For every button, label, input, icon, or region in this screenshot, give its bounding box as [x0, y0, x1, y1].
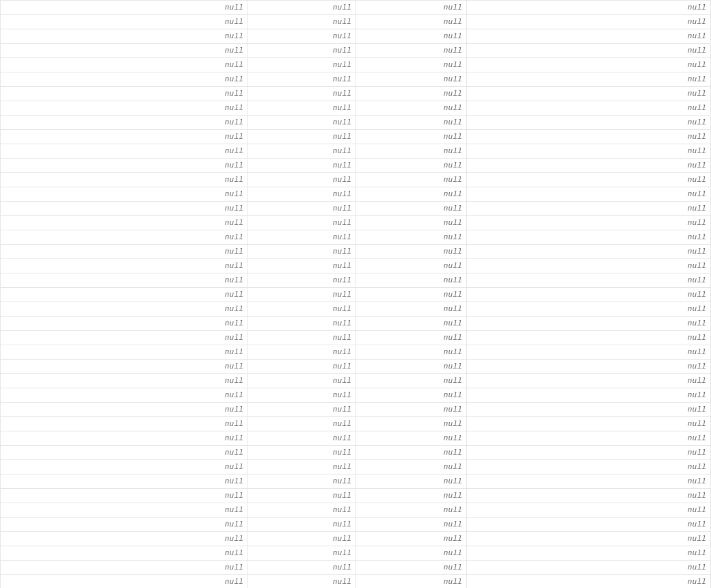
null-cell[interactable]: null — [356, 546, 467, 561]
null-cell[interactable]: null — [356, 187, 467, 202]
null-cell[interactable]: null — [467, 388, 711, 403]
null-cell[interactable]: null — [467, 187, 711, 202]
null-cell[interactable]: null — [356, 29, 467, 44]
null-cell[interactable]: null — [467, 546, 711, 561]
null-cell[interactable]: null — [1, 44, 248, 58]
null-cell[interactable]: null — [467, 216, 711, 230]
null-cell[interactable]: null — [467, 58, 711, 72]
null-cell[interactable]: null — [467, 72, 711, 87]
null-cell[interactable]: null — [1, 159, 248, 173]
null-cell[interactable]: null — [248, 216, 356, 230]
null-cell[interactable]: null — [248, 15, 356, 29]
null-cell[interactable]: null — [248, 273, 356, 288]
null-cell[interactable]: null — [1, 116, 248, 130]
null-cell[interactable]: null — [467, 374, 711, 388]
null-cell[interactable]: null — [467, 245, 711, 259]
null-cell[interactable]: null — [1, 87, 248, 101]
null-cell[interactable]: null — [467, 575, 711, 589]
null-cell[interactable]: null — [467, 273, 711, 288]
null-cell[interactable]: null — [248, 29, 356, 44]
null-cell[interactable]: null — [248, 230, 356, 245]
null-cell[interactable]: null — [1, 374, 248, 388]
null-cell[interactable]: null — [1, 532, 248, 546]
null-cell[interactable]: null — [248, 388, 356, 403]
null-cell[interactable]: null — [248, 575, 356, 589]
null-cell[interactable]: null — [467, 159, 711, 173]
null-cell[interactable]: null — [1, 245, 248, 259]
null-cell[interactable]: null — [356, 446, 467, 460]
null-cell[interactable]: null — [248, 173, 356, 187]
null-cell[interactable]: null — [1, 130, 248, 144]
null-cell[interactable]: null — [467, 331, 711, 345]
null-cell[interactable]: null — [1, 403, 248, 417]
null-cell[interactable]: null — [467, 360, 711, 374]
null-cell[interactable]: null — [356, 259, 467, 273]
null-cell[interactable]: null — [248, 116, 356, 130]
null-cell[interactable]: null — [248, 259, 356, 273]
null-cell[interactable]: null — [248, 489, 356, 503]
null-cell[interactable]: null — [467, 130, 711, 144]
null-cell[interactable]: null — [248, 202, 356, 216]
null-cell[interactable]: null — [1, 15, 248, 29]
null-cell[interactable]: null — [1, 72, 248, 87]
null-cell[interactable]: null — [356, 273, 467, 288]
null-cell[interactable]: null — [1, 417, 248, 431]
null-cell[interactable]: null — [356, 216, 467, 230]
null-cell[interactable]: null — [467, 230, 711, 245]
null-cell[interactable]: null — [1, 144, 248, 159]
null-cell[interactable]: null — [356, 345, 467, 360]
null-cell[interactable]: null — [248, 446, 356, 460]
null-cell[interactable]: null — [467, 116, 711, 130]
null-cell[interactable]: null — [356, 575, 467, 589]
null-cell[interactable]: null — [248, 1, 356, 15]
null-cell[interactable]: null — [467, 259, 711, 273]
null-cell[interactable]: null — [467, 202, 711, 216]
null-cell[interactable]: null — [248, 518, 356, 532]
null-cell[interactable]: null — [356, 87, 467, 101]
null-cell[interactable]: null — [356, 475, 467, 489]
null-cell[interactable]: null — [1, 273, 248, 288]
null-cell[interactable]: null — [1, 288, 248, 302]
null-cell[interactable]: null — [356, 15, 467, 29]
null-cell[interactable]: null — [248, 503, 356, 518]
null-cell[interactable]: null — [356, 532, 467, 546]
null-cell[interactable]: null — [356, 144, 467, 159]
null-cell[interactable]: null — [467, 44, 711, 58]
null-cell[interactable]: null — [356, 518, 467, 532]
null-cell[interactable]: null — [467, 288, 711, 302]
null-cell[interactable]: null — [248, 87, 356, 101]
null-cell[interactable]: null — [248, 475, 356, 489]
null-cell[interactable]: null — [248, 532, 356, 546]
null-cell[interactable]: null — [1, 331, 248, 345]
null-cell[interactable]: null — [356, 44, 467, 58]
null-cell[interactable]: null — [1, 302, 248, 317]
null-cell[interactable]: null — [467, 532, 711, 546]
null-cell[interactable]: null — [248, 144, 356, 159]
null-cell[interactable]: null — [1, 187, 248, 202]
null-cell[interactable]: null — [356, 58, 467, 72]
null-cell[interactable]: null — [248, 245, 356, 259]
null-cell[interactable]: null — [1, 503, 248, 518]
null-cell[interactable]: null — [248, 460, 356, 475]
null-cell[interactable]: null — [356, 489, 467, 503]
null-cell[interactable]: null — [248, 360, 356, 374]
null-cell[interactable]: null — [1, 101, 248, 116]
null-cell[interactable]: null — [356, 202, 467, 216]
null-cell[interactable]: null — [467, 503, 711, 518]
null-cell[interactable]: null — [356, 116, 467, 130]
null-cell[interactable]: null — [248, 546, 356, 561]
null-cell[interactable]: null — [248, 331, 356, 345]
null-cell[interactable]: null — [1, 202, 248, 216]
null-cell[interactable]: null — [356, 460, 467, 475]
null-cell[interactable]: null — [467, 489, 711, 503]
null-cell[interactable]: null — [248, 44, 356, 58]
null-cell[interactable]: null — [1, 360, 248, 374]
null-cell[interactable]: null — [1, 173, 248, 187]
null-cell[interactable]: null — [467, 87, 711, 101]
null-cell[interactable]: null — [356, 173, 467, 187]
null-cell[interactable]: null — [1, 460, 248, 475]
null-cell[interactable]: null — [356, 374, 467, 388]
null-cell[interactable]: null — [1, 489, 248, 503]
null-cell[interactable]: null — [248, 288, 356, 302]
null-cell[interactable]: null — [356, 72, 467, 87]
